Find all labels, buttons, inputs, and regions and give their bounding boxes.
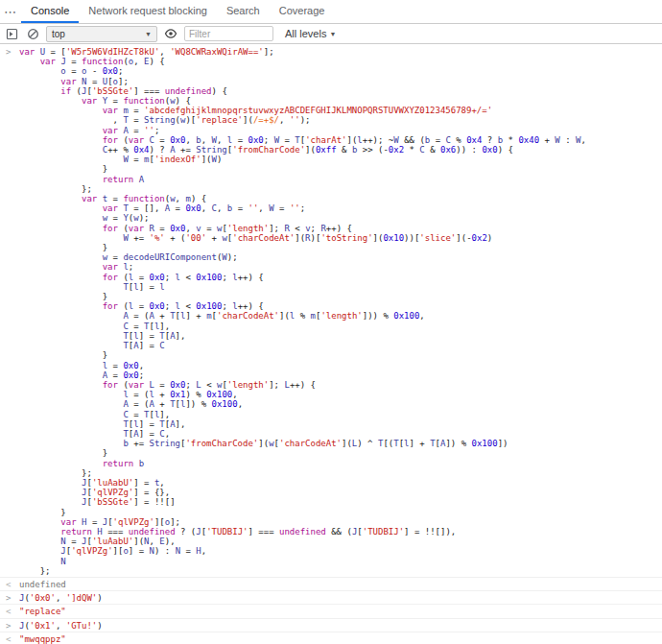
code-line: var T = [], A = 0x0, C, b = '', W = ''; [19,203,662,213]
code-line: W = m['indexOf'](W) [19,155,662,164]
console-command: >J('0x1', 'GTu!') [0,619,662,632]
console-result: <"mwqqppz" [0,632,662,644]
command-prompt-icon: > [6,47,11,57]
code-line: var U = ['W5r5W6VdIHZcT8kU', 'WQ8CWRaxWQ… [19,47,662,57]
code-line: var m = 'abcdefghijklmnopqrstuvwxyzABCDE… [19,106,662,115]
code-line: for (var C = 0x0, b, W, l = 0x0; W = T['… [19,135,662,145]
context-selector-value: top [52,29,65,39]
code-line: C = T[l], [19,322,662,331]
code-line: } [19,508,662,517]
console-entry-text: J('0x1', 'GTu!') [19,621,662,631]
code-line: var H = J['qlVPZg'][o]; [19,517,662,527]
code-line: for (var R = 0x0, v = w['length']; R < v… [19,224,662,233]
console-entry-text: "mwqqppz" [19,634,662,644]
code-line: T[A] = C [19,341,662,350]
code-line: } [19,448,662,458]
console-entry-text: undefined [19,580,662,589]
code-line: return b [19,459,662,468]
result-arrow-icon: < [6,607,11,616]
code-line: o = o - 0x0; [19,66,662,76]
tab-search[interactable]: Search [217,0,270,23]
code-line: J['qlVPZg'] = {}, [19,488,662,497]
code-line: for (l = 0x0; l < 0x100; l++) { [19,301,662,311]
create-live-expression-icon[interactable] [163,26,178,41]
code-line: }; [19,566,662,576]
console-command: >J('0x0', ']dQW') [0,591,662,605]
code-line: w = Y(w); [19,213,662,223]
code-line: N [19,557,662,566]
log-levels-label: All levels [285,28,326,39]
code-line: w = decodeURIComponent(W); [19,252,662,262]
code-line: } [19,164,662,174]
console-command: > var U = ['W5r5W6VdIHZcT8kU', 'WQ8CWRax… [0,44,662,578]
log-levels-dropdown[interactable]: All levels ▼ [285,28,336,39]
result-arrow-icon: < [6,634,11,644]
console-entry-text: J('0x0', ']dQW') [19,593,662,603]
console-log-area[interactable]: FREEBUF > var U = ['W5r5W6VdIHZcT8kU', '… [0,44,662,644]
code-line: T[l] = T[A], [19,331,662,341]
code-line: var N = U[o]; [19,77,662,86]
devtools-tab-bar: ⋯ ConsoleNetwork request blockingSearchC… [0,0,662,24]
console-result: <undefined [0,578,662,591]
tab-strip: ConsoleNetwork request blockingSearchCov… [21,0,334,23]
code-line: A = (A + T[l] + m['charCodeAt'](l % m['l… [19,311,662,321]
code-line: A = (A + T[l]) % 0x100, [19,399,662,409]
code-line: } [19,243,662,252]
code-line: return A [19,175,662,184]
code-line: var l; [19,262,662,272]
code-line: T[l] = l [19,282,662,292]
code-line: b += String['fromCharCode'](w['charCodeA… [19,439,662,448]
more-tabs-icon[interactable]: ⋯ [0,0,21,23]
code-line: N = J['luAabU'](N, E), [19,537,662,546]
tab-coverage[interactable]: Coverage [270,0,335,23]
tab-console[interactable]: Console [21,0,79,23]
javascript-context-selector[interactable]: top ▼ [46,26,157,42]
code-line: T[l] = T[A], [19,419,662,429]
code-line: W += '%' + ('00' + w['charCodeAt'](R)['t… [19,233,662,243]
code-line: var t = function(w, m) { [19,194,662,203]
chevron-down-icon: ▼ [145,31,152,37]
code-line: T[A] = C, [19,429,662,439]
code-line: } [19,292,662,301]
code-line: , T = String(w)['replace'](/=+$/, ''); [19,115,662,125]
command-prompt-icon: > [6,593,11,603]
code-line: J['qlVPZg'][o] = N) : N = H, [19,546,662,556]
code-line: J['luAabU'] = t, [19,478,662,488]
code-line: var J = function(o, E) { [19,57,662,66]
code-line: C = T[l], [19,410,662,419]
console-result: <"replace" [0,605,662,618]
code-line: for (var L = 0x0; L < w['length']; L++) … [19,380,662,390]
filter-input[interactable] [184,26,273,41]
code-line: J['bSSGte'] = !![] [19,497,662,507]
code-line: for (l = 0x0; l < 0x100; l++) { [19,273,662,282]
chevron-down-icon: ▼ [329,31,336,37]
show-console-sidebar-icon[interactable] [4,26,19,41]
command-code-block: var U = ['W5r5W6VdIHZcT8kU', 'WQ8CWRaxWQ… [19,47,662,576]
result-arrow-icon: < [6,580,11,589]
code-line: } [19,350,662,360]
console-entries: <undefined>J('0x0', ']dQW')<"replace">J(… [0,578,662,644]
console-entry-text: "replace" [19,607,662,616]
code-line: l = (l + 0x1) % 0x100, [19,390,662,399]
code-line: }; [19,184,662,194]
command-prompt-icon: > [6,621,11,631]
clear-console-icon[interactable] [25,26,40,41]
code-line: return H === undefined ? (J['TUDBIJ'] ==… [19,527,662,537]
devtools-console-window: { "tabs": { "more_icon": "⋯", "items": [… [0,0,662,644]
code-line: if (J['bSSGte'] === undefined) { [19,86,662,96]
code-line: l = 0x0, [19,361,662,370]
code-line: var A = ''; [19,126,662,135]
code-line: A = 0x0; [19,370,662,380]
console-toolbar: top ▼ All levels ▼ [0,24,662,44]
code-line: var Y = function(w) { [19,96,662,106]
code-line: }; [19,468,662,478]
tab-network-request-blocking[interactable]: Network request blocking [79,0,217,23]
code-line: C++ % 0x4) ? A += String['fromCharCode']… [19,145,662,155]
